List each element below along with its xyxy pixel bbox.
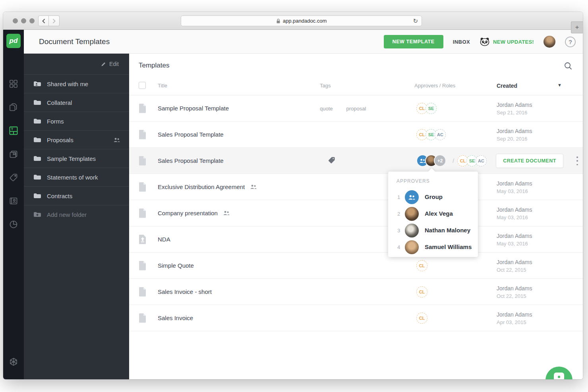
uploaded-document-icon (139, 234, 147, 244)
column-created-sort[interactable]: Created (497, 83, 517, 89)
tag-label[interactable]: proposal (346, 106, 366, 112)
edit-folders-button[interactable]: Edit (24, 54, 129, 74)
template-row[interactable]: NDA Jordan Adams May 03, 2016 (129, 226, 583, 253)
search-icon[interactable] (564, 62, 573, 70)
created-cell: Jordan Adams May 03, 2016 (497, 180, 532, 195)
svg-text:T: T (11, 127, 14, 131)
new-template-button[interactable]: NEW TEMPLATE (384, 35, 443, 48)
sidebar-item-proposals[interactable]: Proposals (24, 130, 129, 149)
created-cell: Jordan Adams Oct 22, 2015 (497, 258, 532, 274)
creator-name: Jordan Adams (497, 127, 532, 135)
chevron-left-icon (42, 18, 46, 24)
user-avatar[interactable] (544, 36, 555, 48)
creator-name: Jordan Adams (497, 206, 532, 214)
template-title: NDA (158, 236, 170, 243)
nav-rail: pd T (3, 30, 24, 379)
inbox-link[interactable]: INBOX (453, 39, 470, 45)
shared-folder-icon (113, 137, 120, 143)
sidebar-item-label: Forms (47, 118, 64, 125)
created-date: Oct 22, 2015 (497, 292, 532, 300)
contacts-icon[interactable] (3, 193, 24, 209)
approver-avatars[interactable]: +2 (416, 154, 446, 167)
zoom-window-button[interactable] (29, 18, 35, 23)
tag-label[interactable]: quote (320, 106, 333, 112)
document-icon (139, 182, 147, 192)
template-row-hovered[interactable]: Sales Proposal Template +2 / CL (129, 148, 583, 174)
reports-icon[interactable] (3, 216, 24, 232)
more-approvers-badge[interactable]: +2 (434, 154, 446, 167)
content-library-icon[interactable] (3, 146, 24, 162)
templates-icon[interactable]: T (3, 123, 24, 139)
close-window-button[interactable] (13, 18, 18, 23)
sidebar-item-label: Contracts (47, 193, 72, 199)
add-new-folder-button[interactable]: Add new folder (24, 205, 129, 224)
help-button[interactable]: ? (565, 37, 576, 47)
template-row[interactable]: Simple Quote CL Jordan Adams Oct 22, 201… (129, 253, 583, 279)
approver-item: 3 Nathan Maloney (388, 222, 478, 239)
documents-icon[interactable] (3, 99, 24, 115)
forward-button[interactable] (49, 15, 60, 26)
new-tab-button[interactable]: + (571, 21, 583, 33)
pandadoc-logo[interactable]: pd (6, 34, 21, 48)
template-title: Sample Proposal Template (158, 105, 229, 112)
approver-avatar (405, 207, 419, 221)
tags-icon[interactable] (3, 170, 24, 185)
sidebar-item-collateral[interactable]: Collateral (24, 93, 129, 112)
panel-title: Templates (139, 62, 169, 70)
integrations-icon[interactable] (3, 354, 24, 370)
template-title: Company presentation (158, 210, 218, 216)
column-title: Title (158, 83, 167, 89)
role-badge-ac[interactable]: AC (476, 155, 487, 166)
roles-separator: / (453, 157, 454, 164)
sidebar-item-statements-of-work[interactable]: Statements of work (24, 168, 129, 186)
role-badge-cl[interactable]: CL (416, 286, 427, 297)
template-row[interactable]: Sales Invoice - short CL Jordan Adams Oc… (129, 279, 583, 305)
row-menu-icon[interactable] (574, 156, 581, 165)
role-badge-cl[interactable]: CL (416, 313, 427, 324)
sidebar-item-contracts[interactable]: Contracts (24, 186, 129, 205)
approver-item: 4 Samuel Williams (388, 239, 478, 256)
minimize-window-button[interactable] (21, 18, 26, 23)
back-button[interactable] (38, 15, 49, 26)
browser-nav (38, 15, 60, 26)
browser-window: app.pandadoc.com ↻ + pd T (3, 12, 583, 379)
select-all-checkbox[interactable] (139, 82, 146, 89)
table-header: Title Tags Approvers / Roles Created ▼ (129, 79, 583, 95)
folder-add-icon (33, 211, 41, 218)
approver-number: 2 (397, 211, 400, 217)
chat-bubble-icon (554, 373, 564, 379)
template-row[interactable]: Sales Invoice CL Jordan Adams Apr 03, 20… (129, 305, 583, 331)
tag-icon[interactable] (328, 156, 335, 165)
approver-number: 3 (397, 228, 400, 234)
created-date: Sep 20, 2016 (497, 135, 532, 143)
dashboard-icon[interactable] (3, 76, 24, 92)
template-row[interactable]: Exclusive Distribution Agreement Jordan … (129, 174, 583, 200)
sidebar-item-sample-templates[interactable]: Sample Templates (24, 149, 129, 168)
sidebar-item-forms[interactable]: Forms (24, 112, 129, 130)
refresh-icon[interactable]: ↻ (413, 17, 418, 25)
template-title: Sales Invoice (158, 315, 193, 321)
template-row[interactable]: Company presentation Jordan Adams May 03… (129, 200, 583, 226)
role-badge-ac[interactable]: AC (435, 129, 446, 140)
template-row[interactable]: Sales Proposal Template CL SE AC Jordan … (129, 122, 583, 148)
created-date: May 03, 2016 (497, 214, 532, 222)
address-bar[interactable]: app.pandadoc.com ↻ (181, 15, 422, 26)
template-list: Sample Proposal Template quote proposal … (129, 95, 583, 331)
creator-name: Jordan Adams (497, 284, 532, 292)
role-badge-se[interactable]: SE (426, 103, 437, 114)
sort-arrow-icon[interactable]: ▼ (557, 83, 562, 87)
template-row[interactable]: Sample Proposal Template quote proposal … (129, 95, 583, 122)
creator-name: Jordan Adams (497, 258, 532, 266)
role-badge-cl[interactable]: CL (416, 260, 427, 271)
approver-item: 2 Alex Vega (388, 206, 478, 222)
new-updates-link[interactable]: NEW UPDATES! (480, 37, 534, 46)
column-tags: Tags (320, 83, 331, 89)
sidebar-item-shared-with-me[interactable]: Shared with me (24, 74, 129, 93)
create-document-button[interactable]: CREATE DOCUMENT (496, 154, 563, 168)
page-title: Document Templates (39, 37, 110, 46)
document-icon (139, 261, 147, 270)
approver-name: Group (425, 193, 443, 200)
template-title: Sales Proposal Template (158, 131, 224, 138)
created-date: Sep 21, 2016 (497, 109, 532, 117)
settings-icon[interactable] (3, 378, 24, 379)
